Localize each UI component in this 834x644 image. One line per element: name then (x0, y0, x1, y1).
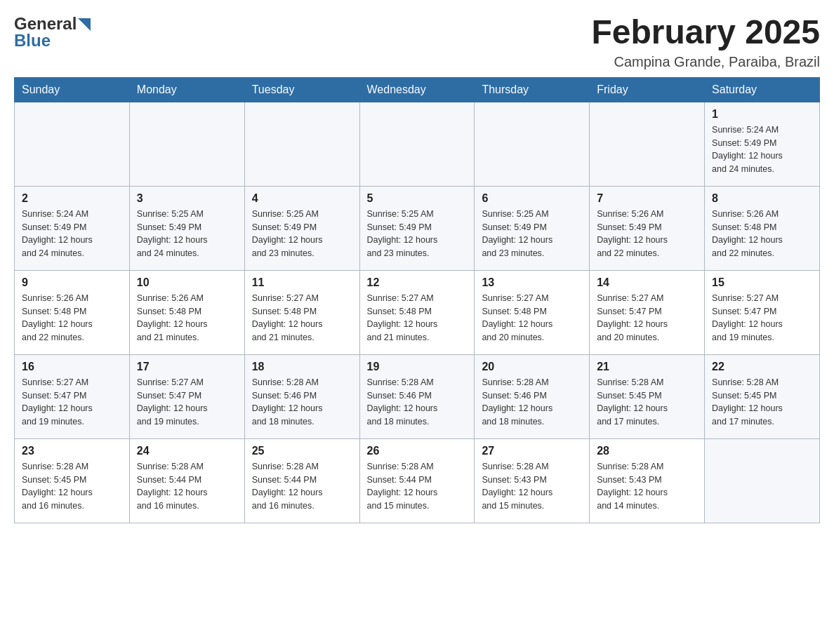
calendar-cell: 21Sunrise: 5:28 AM Sunset: 5:45 PM Dayli… (590, 354, 705, 438)
day-number: 5 (367, 192, 468, 205)
day-number: 4 (252, 192, 352, 205)
day-info: Sunrise: 5:24 AM Sunset: 5:49 PM Dayligh… (712, 123, 812, 176)
day-info: Sunrise: 5:26 AM Sunset: 5:48 PM Dayligh… (137, 292, 237, 344)
calendar-cell (129, 102, 244, 186)
calendar-cell: 5Sunrise: 5:25 AM Sunset: 5:49 PM Daylig… (359, 186, 475, 270)
calendar-cell: 6Sunrise: 5:25 AM Sunset: 5:49 PM Daylig… (475, 186, 590, 270)
day-info: Sunrise: 5:26 AM Sunset: 5:49 PM Dayligh… (597, 208, 697, 260)
calendar-cell (705, 438, 820, 523)
day-info: Sunrise: 5:28 AM Sunset: 5:45 PM Dayligh… (597, 376, 697, 429)
day-info: Sunrise: 5:28 AM Sunset: 5:43 PM Dayligh… (482, 460, 582, 513)
weekday-header-row: SundayMondayTuesdayWednesdayThursdayFrid… (15, 77, 820, 102)
calendar-cell: 15Sunrise: 5:27 AM Sunset: 5:47 PM Dayli… (705, 270, 820, 354)
calendar-cell (590, 102, 705, 186)
weekday-header-sunday: Sunday (15, 77, 130, 102)
logo-blue-text: Blue (14, 31, 51, 51)
weekday-header-tuesday: Tuesday (244, 77, 359, 102)
day-number: 18 (252, 361, 352, 373)
calendar-cell: 20Sunrise: 5:28 AM Sunset: 5:46 PM Dayli… (475, 354, 590, 438)
calendar-week-row: 1Sunrise: 5:24 AM Sunset: 5:49 PM Daylig… (15, 102, 820, 186)
day-number: 19 (367, 361, 468, 373)
day-number: 21 (597, 361, 697, 373)
day-number: 13 (482, 276, 582, 289)
day-info: Sunrise: 5:28 AM Sunset: 5:44 PM Dayligh… (137, 460, 237, 513)
calendar-cell: 23Sunrise: 5:28 AM Sunset: 5:45 PM Dayli… (15, 438, 130, 523)
calendar-cell (244, 102, 359, 186)
calendar-cell: 2Sunrise: 5:24 AM Sunset: 5:49 PM Daylig… (15, 186, 130, 270)
day-info: Sunrise: 5:25 AM Sunset: 5:49 PM Dayligh… (137, 208, 237, 260)
page-header: General Blue February 2025 Campina Grand… (14, 14, 820, 70)
calendar-week-row: 23Sunrise: 5:28 AM Sunset: 5:45 PM Dayli… (15, 438, 820, 523)
calendar-cell: 27Sunrise: 5:28 AM Sunset: 5:43 PM Dayli… (475, 438, 590, 523)
day-info: Sunrise: 5:27 AM Sunset: 5:48 PM Dayligh… (482, 292, 582, 344)
day-number: 16 (22, 361, 122, 373)
calendar-cell: 13Sunrise: 5:27 AM Sunset: 5:48 PM Dayli… (475, 270, 590, 354)
location-subtitle: Campina Grande, Paraiba, Brazil (591, 54, 820, 70)
day-number: 3 (137, 192, 237, 205)
day-number: 17 (137, 361, 237, 373)
calendar-cell: 24Sunrise: 5:28 AM Sunset: 5:44 PM Dayli… (129, 438, 244, 523)
calendar-cell: 7Sunrise: 5:26 AM Sunset: 5:49 PM Daylig… (590, 186, 705, 270)
calendar-cell (359, 102, 475, 186)
day-info: Sunrise: 5:27 AM Sunset: 5:48 PM Dayligh… (252, 292, 352, 344)
calendar-cell (15, 102, 130, 186)
calendar-cell (475, 102, 590, 186)
calendar-cell: 11Sunrise: 5:27 AM Sunset: 5:48 PM Dayli… (244, 270, 359, 354)
weekday-header-thursday: Thursday (475, 77, 590, 102)
calendar-cell: 4Sunrise: 5:25 AM Sunset: 5:49 PM Daylig… (244, 186, 359, 270)
calendar-week-row: 16Sunrise: 5:27 AM Sunset: 5:47 PM Dayli… (15, 354, 820, 438)
calendar-cell: 18Sunrise: 5:28 AM Sunset: 5:46 PM Dayli… (244, 354, 359, 438)
day-info: Sunrise: 5:28 AM Sunset: 5:46 PM Dayligh… (482, 376, 582, 429)
day-number: 24 (137, 445, 237, 457)
calendar-week-row: 9Sunrise: 5:26 AM Sunset: 5:48 PM Daylig… (15, 270, 820, 354)
day-info: Sunrise: 5:27 AM Sunset: 5:48 PM Dayligh… (367, 292, 468, 344)
weekday-header-friday: Friday (590, 77, 705, 102)
day-number: 6 (482, 192, 582, 205)
day-number: 14 (597, 276, 697, 289)
calendar-cell: 3Sunrise: 5:25 AM Sunset: 5:49 PM Daylig… (129, 186, 244, 270)
day-number: 12 (367, 276, 468, 289)
logo: General Blue (14, 14, 91, 51)
day-number: 26 (367, 445, 468, 457)
calendar-cell: 10Sunrise: 5:26 AM Sunset: 5:48 PM Dayli… (129, 270, 244, 354)
day-number: 22 (712, 361, 812, 373)
day-info: Sunrise: 5:27 AM Sunset: 5:47 PM Dayligh… (22, 376, 122, 429)
day-number: 15 (712, 276, 812, 289)
day-info: Sunrise: 5:28 AM Sunset: 5:45 PM Dayligh… (22, 460, 122, 513)
day-number: 2 (22, 192, 122, 205)
calendar-week-row: 2Sunrise: 5:24 AM Sunset: 5:49 PM Daylig… (15, 186, 820, 270)
day-number: 23 (22, 445, 122, 457)
calendar-cell: 19Sunrise: 5:28 AM Sunset: 5:46 PM Dayli… (359, 354, 475, 438)
day-number: 28 (597, 445, 697, 457)
calendar-cell: 25Sunrise: 5:28 AM Sunset: 5:44 PM Dayli… (244, 438, 359, 523)
day-info: Sunrise: 5:25 AM Sunset: 5:49 PM Dayligh… (482, 208, 582, 260)
day-info: Sunrise: 5:28 AM Sunset: 5:45 PM Dayligh… (712, 376, 812, 429)
day-info: Sunrise: 5:28 AM Sunset: 5:46 PM Dayligh… (367, 376, 468, 429)
logo-arrow-icon (78, 18, 91, 31)
calendar-cell: 28Sunrise: 5:28 AM Sunset: 5:43 PM Dayli… (590, 438, 705, 523)
day-info: Sunrise: 5:28 AM Sunset: 5:46 PM Dayligh… (252, 376, 352, 429)
day-number: 1 (712, 108, 812, 121)
day-info: Sunrise: 5:28 AM Sunset: 5:43 PM Dayligh… (597, 460, 697, 513)
day-number: 10 (137, 276, 237, 289)
day-number: 25 (252, 445, 352, 457)
day-number: 20 (482, 361, 582, 373)
calendar-cell: 12Sunrise: 5:27 AM Sunset: 5:48 PM Dayli… (359, 270, 475, 354)
svg-marker-0 (78, 18, 91, 31)
weekday-header-saturday: Saturday (705, 77, 820, 102)
day-number: 27 (482, 445, 582, 457)
calendar-cell: 8Sunrise: 5:26 AM Sunset: 5:48 PM Daylig… (705, 186, 820, 270)
day-info: Sunrise: 5:28 AM Sunset: 5:44 PM Dayligh… (252, 460, 352, 513)
calendar-cell: 9Sunrise: 5:26 AM Sunset: 5:48 PM Daylig… (15, 270, 130, 354)
weekday-header-monday: Monday (129, 77, 244, 102)
calendar-cell: 26Sunrise: 5:28 AM Sunset: 5:44 PM Dayli… (359, 438, 475, 523)
day-number: 9 (22, 276, 122, 289)
month-title: February 2025 (591, 14, 820, 51)
day-info: Sunrise: 5:27 AM Sunset: 5:47 PM Dayligh… (712, 292, 812, 344)
calendar-cell: 1Sunrise: 5:24 AM Sunset: 5:49 PM Daylig… (705, 102, 820, 186)
day-info: Sunrise: 5:26 AM Sunset: 5:48 PM Dayligh… (22, 292, 122, 344)
day-info: Sunrise: 5:28 AM Sunset: 5:44 PM Dayligh… (367, 460, 468, 513)
day-info: Sunrise: 5:26 AM Sunset: 5:48 PM Dayligh… (712, 208, 812, 260)
day-info: Sunrise: 5:27 AM Sunset: 5:47 PM Dayligh… (137, 376, 237, 429)
calendar-cell: 14Sunrise: 5:27 AM Sunset: 5:47 PM Dayli… (590, 270, 705, 354)
